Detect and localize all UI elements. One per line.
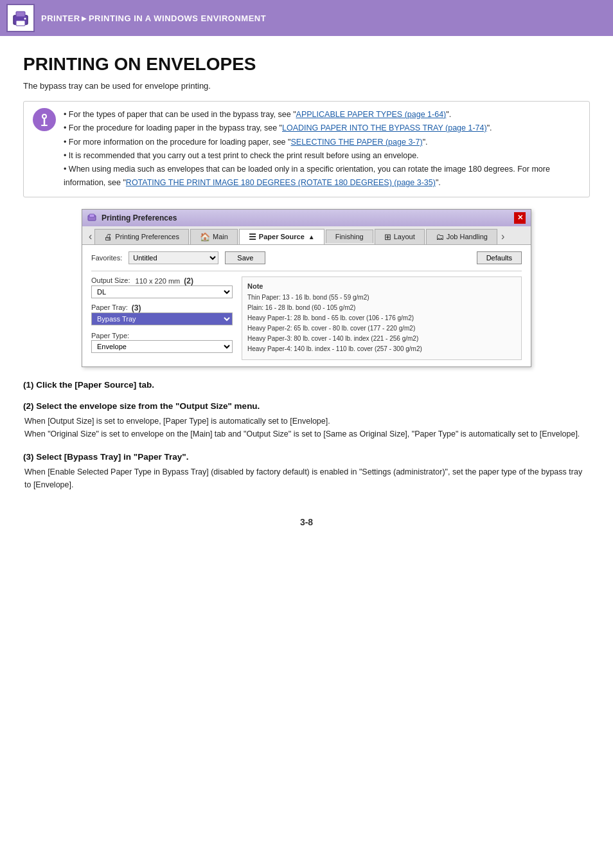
dialog-title-text: Printing Preferences <box>102 213 177 222</box>
step-badge-3: (3) <box>132 303 141 312</box>
tab-prefs-icon: 🖨 <box>104 232 112 242</box>
note-circle-icon <box>33 108 56 131</box>
dialog-close-button[interactable]: ✕ <box>514 212 526 224</box>
note-line-5: • When using media such as envelopes tha… <box>64 163 580 190</box>
tab-printing-preferences[interactable]: 🖨 Printing Preferences <box>94 229 189 244</box>
svg-rect-1 <box>16 12 25 17</box>
page-footer: 3-8 <box>23 517 590 540</box>
link-rotate-180[interactable]: ROTATING THE PRINT IMAGE 180 DEGREES (RO… <box>126 178 436 187</box>
note-line-heavy2: Heavy Paper-2: 65 lb. cover - 80 lb. cov… <box>247 323 516 334</box>
paper-type-label: Paper Type: <box>91 332 129 339</box>
note-line-heavy3: Heavy Paper-3: 80 lb. cover - 140 lb. in… <box>247 334 516 344</box>
output-size-label: Output Size: <box>91 276 130 284</box>
note-line-1: • For the types of paper that can be use… <box>64 108 580 122</box>
tab-paper-source[interactable]: ☰ Paper Source ▲ <box>239 229 324 244</box>
header-bar: PRINTER►PRINTING IN A WINDOWS ENVIRONMEN… <box>0 0 613 36</box>
tab-main[interactable]: 🏠 Main <box>190 229 238 244</box>
tab-main-label: Main <box>213 233 228 240</box>
instruction-3: (3) Select [Bypass Tray] in "Paper Tray"… <box>23 452 590 491</box>
link-applicable-paper-types[interactable]: APPLICABLE PAPER TYPES (page 1-64) <box>296 110 447 119</box>
tab-arrow-right[interactable]: › <box>499 231 507 242</box>
header-title: PRINTER►PRINTING IN A WINDOWS ENVIRONMEN… <box>41 14 266 23</box>
tab-layout-label: Layout <box>394 233 415 240</box>
instruction-1-heading: (1) Click the [Paper Source] tab. <box>23 380 590 390</box>
favorites-label: Favorites: <box>91 254 122 262</box>
paper-tray-group: Paper Tray: (3) Bypass Tray <box>91 303 233 325</box>
tab-finishing[interactable]: Finishing <box>326 230 373 243</box>
paper-type-group: Paper Type: Envelope <box>91 330 233 353</box>
tab-job-handling-label: Job Handling <box>447 233 488 240</box>
dialog-note-lines: Thin Paper: 13 - 16 lb. bond (55 - 59 g/… <box>247 293 516 354</box>
svg-point-3 <box>24 18 26 20</box>
instruction-2: (2) Select the envelope size from the "O… <box>23 401 590 440</box>
svg-rect-2 <box>16 21 25 26</box>
main-content: PRINTING ON ENVELOPES The bypass tray ca… <box>0 36 613 566</box>
save-button[interactable]: Save <box>225 251 265 264</box>
link-selecting-paper[interactable]: SELECTING THE PAPER (page 3-7) <box>290 138 422 147</box>
tab-main-icon: 🏠 <box>200 232 210 242</box>
instruction-1: (1) Click the [Paper Source] tab. <box>23 380 590 390</box>
tab-prefs-label: Printing Preferences <box>115 233 179 240</box>
paper-tray-label: Paper Tray: <box>91 303 128 311</box>
favorites-row: Favorites: Untitled Save Defaults <box>91 251 522 264</box>
instruction-2-body: When [Output Size] is set to envelope, [… <box>23 415 590 440</box>
note-line-3: • For more information on the procedure … <box>64 136 580 149</box>
tab-paper-source-icon: ☰ <box>249 232 256 242</box>
dialog-wrapper: Printing Preferences ✕ ‹ 🖨 Printing Pref… <box>82 209 531 367</box>
output-size-group: Output Size: 110 x 220 mm (2) DL <box>91 276 233 298</box>
note-line-thin-paper: Thin Paper: 13 - 16 lb. bond (55 - 59 g/… <box>247 293 516 303</box>
tab-layout-icon: ⊞ <box>384 232 391 242</box>
favorites-select[interactable]: Untitled <box>129 251 218 264</box>
note-line-plain: Plain: 16 - 28 lb. bond (60 - 105 g/m2) <box>247 303 516 313</box>
header-icon-box <box>6 4 35 32</box>
instruction-3-body: When [Enable Selected Paper Type in Bypa… <box>23 466 590 491</box>
defaults-button[interactable]: Defaults <box>477 251 522 264</box>
paper-tray-select[interactable]: Bypass Tray <box>91 312 233 325</box>
output-size-select[interactable]: DL <box>91 285 233 298</box>
dialog-main-area: Output Size: 110 x 220 mm (2) DL Pap <box>91 271 522 360</box>
tab-layout[interactable]: ⊞ Layout <box>375 229 425 244</box>
dialog-tabs-row: ‹ 🖨 Printing Preferences 🏠 Main ☰ Paper … <box>82 226 531 245</box>
svg-rect-8 <box>89 214 94 217</box>
link-loading-paper-bypass[interactable]: LOADING PAPER INTO THE BYPASS TRAY (page… <box>282 123 487 132</box>
instruction-3-heading: (3) Select [Bypass Tray] in "Paper Tray"… <box>23 452 590 462</box>
svg-point-4 <box>42 114 46 118</box>
tab-paper-source-label: Paper Source <box>259 233 305 240</box>
dialog-titlebar: Printing Preferences ✕ <box>82 210 531 226</box>
tab-job-handling-icon: 🗂 <box>436 232 444 242</box>
output-size-value: 110 x 220 mm <box>136 277 181 285</box>
intro-text: The bypass tray can be used for envelope… <box>23 81 590 91</box>
tab-job-handling[interactable]: 🗂 Job Handling <box>426 229 497 244</box>
dialog-inner: Favorites: Untitled Save Defaults Output… <box>82 245 531 366</box>
printer-icon <box>10 8 31 28</box>
dialog-body: ‹ 🖨 Printing Preferences 🏠 Main ☰ Paper … <box>82 226 531 366</box>
note-line-4: • It is recommended that you carry out a… <box>64 149 580 163</box>
note-line-heavy1: Heavy Paper-1: 28 lb. bond - 65 lb. cove… <box>247 313 516 323</box>
dialog-title-icon <box>87 213 96 222</box>
instruction-2-heading: (2) Select the envelope size from the "O… <box>23 401 590 411</box>
note-box: • For the types of paper that can be use… <box>23 101 590 197</box>
note-line-2: • For the procedure for loading paper in… <box>64 122 580 135</box>
note-symbol-icon <box>36 111 53 128</box>
dialog-right-panel: Note Thin Paper: 13 - 16 lb. bond (55 - … <box>242 276 522 360</box>
step-badge-2: (2) <box>184 276 193 285</box>
tab-arrow-left[interactable]: ‹ <box>86 231 94 242</box>
tab-finishing-label: Finishing <box>335 233 364 240</box>
page-title: PRINTING ON ENVELOPES <box>23 54 590 75</box>
note-content: • For the types of paper that can be use… <box>64 108 580 190</box>
page-number: 3-8 <box>300 517 313 527</box>
paper-type-select[interactable]: Envelope <box>91 340 233 353</box>
dialog-left-panel: Output Size: 110 x 220 mm (2) DL Pap <box>91 276 233 360</box>
dialog-note-label: Note <box>247 282 516 290</box>
note-line-heavy4: Heavy Paper-4: 140 lb. index - 110 lb. c… <box>247 344 516 354</box>
